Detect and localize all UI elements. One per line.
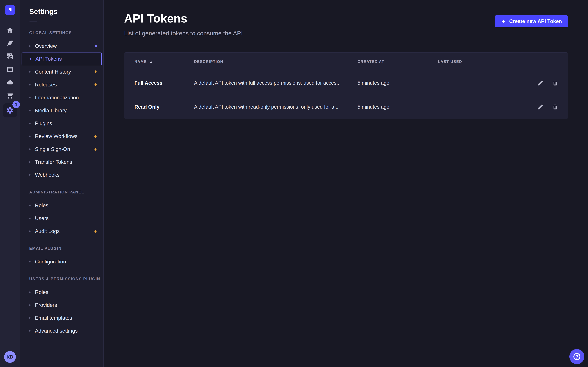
bullet-icon [29, 123, 31, 124]
column-created-at: CREATED AT [357, 59, 384, 64]
bullet-icon [29, 97, 31, 98]
cloud-icon[interactable] [5, 77, 15, 88]
title-divider [29, 22, 37, 22]
question-mark-icon [573, 352, 581, 361]
home-icon[interactable] [5, 25, 15, 35]
lightning-icon [93, 229, 98, 234]
layout-icon[interactable] [5, 64, 15, 75]
edit-button[interactable] [536, 79, 544, 87]
sidebar-item-advanced-settings[interactable]: Advanced settings [22, 325, 102, 337]
lightning-icon [93, 147, 98, 152]
page-subtitle: List of generated tokens to consume the … [124, 30, 243, 37]
bullet-icon [29, 45, 31, 47]
feather-icon[interactable] [5, 38, 15, 49]
sidebar-item-single-sign-on[interactable]: Single Sign-On [22, 143, 102, 156]
token-name: Full Access [134, 80, 162, 86]
pencil-icon [537, 104, 543, 110]
sidebar-item-providers[interactable]: Providers [22, 299, 102, 312]
api-tokens-table: NAME DESCRIPTION CREATED AT LAST USED Fu… [124, 52, 568, 119]
sidebar-item-media-library[interactable]: Media Library [22, 104, 102, 117]
plus-icon [501, 19, 506, 24]
sidebar-item-transfer-tokens[interactable]: Transfer Tokens [22, 156, 102, 168]
bullet-icon [29, 84, 31, 85]
token-created-at: 5 minutes ago [357, 80, 389, 86]
bullet-icon [29, 71, 31, 73]
bullet-icon [29, 261, 31, 262]
sidebar-item-content-history[interactable]: Content History [22, 65, 102, 78]
gear-icon[interactable]: 1 [3, 103, 17, 117]
bullet-icon [29, 330, 31, 332]
sidebar-item-admin-roles[interactable]: Roles [22, 199, 102, 212]
rail-divider [0, 20, 20, 20]
bullet-icon [29, 317, 31, 319]
bullet-icon [29, 292, 31, 293]
sidebar-item-releases[interactable]: Releases [22, 78, 102, 91]
bullet-icon [29, 304, 31, 306]
media-library-icon[interactable] [5, 51, 15, 62]
sidebar-title: Settings [29, 8, 104, 16]
lightning-icon [93, 69, 98, 74]
section-label: GLOBAL SETTINGS [29, 31, 104, 35]
token-created-at: 5 minutes ago [357, 104, 389, 110]
help-button[interactable] [569, 349, 584, 364]
lightning-icon [93, 134, 98, 139]
section-label: USERS & PERMISSIONS PLUGIN [29, 277, 104, 281]
strapi-logo[interactable] [5, 5, 15, 15]
bullet-icon [29, 205, 31, 206]
table-header-row: NAME DESCRIPTION CREATED AT LAST USED [124, 52, 568, 71]
sidebar-item-api-tokens[interactable]: API Tokens [22, 52, 102, 65]
bullet-icon [29, 135, 31, 137]
sidebar-item-configuration[interactable]: Configuration [22, 255, 102, 268]
bullet-icon [29, 161, 31, 163]
sidebar-item-email-templates[interactable]: Email templates [22, 312, 102, 325]
strapi-logo-glyph [7, 7, 13, 13]
avatar[interactable]: KD [4, 351, 16, 363]
delete-button[interactable] [552, 103, 559, 111]
sidebar-item-users[interactable]: Users [22, 212, 102, 225]
create-api-token-button[interactable]: Create new API Token [495, 15, 568, 27]
token-name: Read Only [134, 104, 159, 110]
edit-button[interactable] [536, 103, 544, 111]
column-description: DESCRIPTION [194, 59, 223, 64]
delete-button[interactable] [552, 79, 559, 87]
bullet-icon [30, 58, 31, 60]
settings-notification-badge: 1 [12, 101, 20, 108]
rail-divider [0, 348, 20, 348]
bullet-icon [29, 231, 31, 232]
sidebar-section-administration-panel: ADMINISTRATION PANEL Roles Users Audit L… [20, 190, 104, 238]
sidebar-item-internationalization[interactable]: Internationalization [22, 91, 102, 104]
bullet-icon [29, 110, 31, 111]
sidebar-item-up-roles[interactable]: Roles [22, 286, 102, 299]
token-description: A default API token with full access per… [194, 80, 341, 86]
sidebar-section-users-permissions-plugin: USERS & PERMISSIONS PLUGIN Roles Provide… [20, 277, 104, 337]
sidebar-item-plugins[interactable]: Plugins [22, 117, 102, 130]
column-last-used: LAST USED [438, 59, 462, 64]
sidebar-item-overview[interactable]: Overview [22, 40, 102, 52]
sidebar-item-review-workflows[interactable]: Review Workflows [22, 130, 102, 143]
column-name[interactable]: NAME [134, 59, 147, 64]
bullet-icon [29, 149, 31, 150]
trash-icon [552, 104, 558, 110]
trash-icon [552, 80, 558, 86]
notification-dot [95, 45, 97, 47]
sidebar-section-email-plugin: EMAIL PLUGIN Configuration [20, 246, 104, 268]
sidebar-item-webhooks[interactable]: Webhooks [22, 168, 102, 181]
section-label: ADMINISTRATION PANEL [29, 190, 104, 194]
table-row[interactable]: Full Access A default API token with ful… [124, 71, 568, 95]
section-label: EMAIL PLUGIN [29, 246, 104, 251]
pencil-icon [537, 80, 543, 86]
sidebar-section-global-settings: GLOBAL SETTINGS Overview API Tokens Cont… [20, 31, 104, 181]
page-title: API Tokens [124, 12, 187, 25]
table-row[interactable]: Read Only A default API token with read-… [124, 95, 568, 119]
bullet-icon [29, 217, 31, 219]
settings-sub-nav: Settings GLOBAL SETTINGS Overview API To… [20, 0, 104, 367]
bullet-icon [29, 174, 31, 176]
main-content: API Tokens List of generated tokens to c… [104, 0, 588, 367]
sort-ascending-icon[interactable] [149, 60, 153, 63]
token-description: A default API token with read-only permi… [194, 104, 338, 110]
main-nav-rail: 1 KD [0, 0, 20, 367]
cart-icon[interactable] [5, 90, 15, 101]
lightning-icon [93, 82, 98, 87]
sidebar-item-audit-logs[interactable]: Audit Logs [22, 225, 102, 238]
